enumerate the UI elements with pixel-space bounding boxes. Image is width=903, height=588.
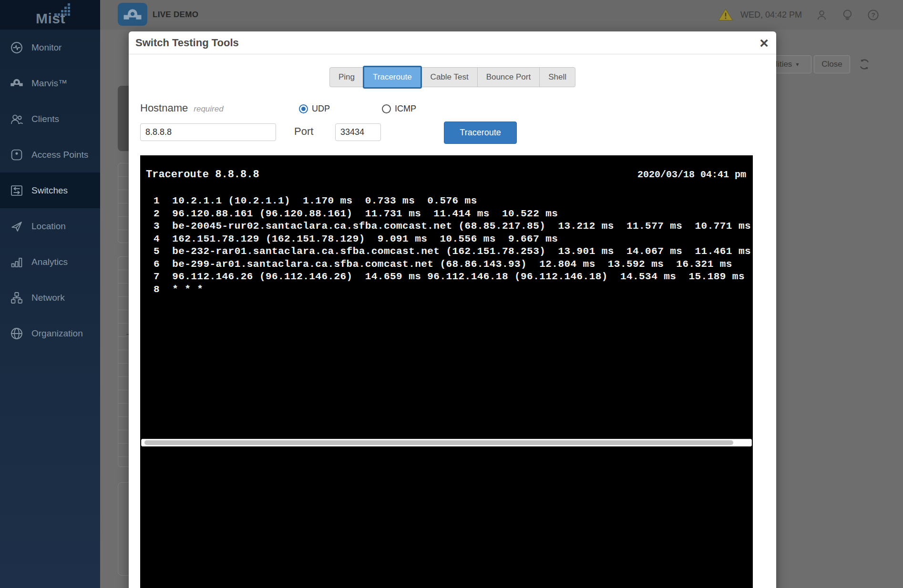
radio-selected-icon[interactable] bbox=[299, 104, 308, 113]
page-close-label: Close bbox=[821, 60, 842, 69]
switches-icon bbox=[10, 183, 24, 198]
traceroute-hops: 1 10.2.1.1 (10.2.1.1) 1.170 ms 0.733 ms … bbox=[140, 195, 753, 296]
lightbulb-icon[interactable] bbox=[841, 9, 854, 21]
hostname-input[interactable] bbox=[140, 123, 276, 141]
terminal-title: Traceroute 8.8.8.8 bbox=[146, 169, 259, 181]
sidebar-item-clients[interactable]: Clients bbox=[0, 101, 100, 137]
organization-icon bbox=[10, 326, 24, 341]
close-icon[interactable]: × bbox=[759, 33, 769, 52]
port-input[interactable] bbox=[335, 123, 381, 141]
tab-shell[interactable]: Shell bbox=[539, 68, 575, 87]
sidebar-item-network[interactable]: Network bbox=[0, 280, 100, 315]
hostname-label: Hostnamerequired bbox=[140, 102, 224, 114]
refresh-icon[interactable] bbox=[858, 58, 871, 71]
radio-unselected-icon[interactable] bbox=[382, 104, 391, 113]
location-icon bbox=[10, 219, 24, 233]
sidebar: Mist MonitorMarvis™ClientsAccess PointsS… bbox=[0, 0, 100, 588]
traceroute-hop-line: 3 be-20045-rur02.santaclara.ca.sfba.comc… bbox=[140, 220, 753, 233]
clock-text: WED, 04:42 PM bbox=[740, 0, 802, 30]
traceroute-output-terminal: Traceroute 8.8.8.8 2020/03/18 04:41 pm 1… bbox=[140, 155, 753, 588]
chevron-down-icon: ▾ bbox=[796, 61, 799, 68]
sidebar-item-label: Access Points bbox=[31, 150, 88, 160]
traceroute-hop-line: 6 be-299-ar01.santaclara.ca.sfba.comcast… bbox=[140, 258, 753, 271]
hostname-label-text: Hostname bbox=[140, 102, 188, 114]
modal-title: Switch Testing Tools bbox=[135, 31, 239, 54]
sidebar-item-label: Organization bbox=[31, 328, 83, 339]
sidebar-item-analytics[interactable]: Analytics bbox=[0, 244, 100, 280]
marvis-icon bbox=[10, 76, 24, 91]
scrollbar-thumb[interactable] bbox=[144, 440, 733, 445]
horizontal-scrollbar[interactable] bbox=[141, 439, 752, 446]
mist-logo-wordmark: Mist bbox=[36, 10, 65, 27]
sidebar-item-organization[interactable]: Organization bbox=[0, 315, 100, 351]
help-icon[interactable]: ? bbox=[867, 9, 880, 21]
sidebar-item-label: Network bbox=[31, 293, 65, 303]
traceroute-submit-button[interactable]: Traceroute bbox=[444, 122, 517, 144]
mist-logo: Mist bbox=[0, 0, 100, 30]
test-type-tabs: PingTracerouteCable TestBounce PortShell bbox=[329, 67, 575, 87]
tab-bounce-port[interactable]: Bounce Port bbox=[477, 68, 540, 87]
protocol-label: ICMP bbox=[395, 104, 416, 114]
analytics-icon bbox=[10, 255, 24, 269]
required-hint: required bbox=[194, 104, 223, 113]
monitor-icon bbox=[10, 41, 24, 55]
protocol-label: UDP bbox=[312, 104, 330, 114]
top-bar: LIVE DEMO WED, 04:42 PM ? bbox=[100, 0, 903, 30]
terminal-timestamp: 2020/03/18 04:41 pm bbox=[637, 169, 746, 180]
port-label: Port bbox=[294, 125, 313, 138]
app-canvas: Mist MonitorMarvis™ClientsAccess PointsS… bbox=[0, 0, 903, 588]
modal-header: Switch Testing Tools × bbox=[129, 31, 776, 54]
page-close-button[interactable]: Close bbox=[814, 55, 850, 73]
traceroute-hop-line: 7 96.112.146.26 (96.112.146.26) 14.659 m… bbox=[140, 271, 753, 284]
sidebar-item-label: Location bbox=[31, 221, 66, 232]
sidebar-item-access-points[interactable]: Access Points bbox=[0, 137, 100, 172]
access-points-icon bbox=[10, 148, 24, 162]
sidebar-item-label: Clients bbox=[31, 114, 59, 124]
clients-icon bbox=[10, 112, 24, 126]
tab-traceroute[interactable]: Traceroute bbox=[363, 66, 422, 89]
switch-testing-tools-modal: Switch Testing Tools × PingTracerouteCab… bbox=[129, 31, 776, 588]
protocol-radio-icmp[interactable]: ICMP bbox=[382, 104, 416, 114]
sidebar-nav: MonitorMarvis™ClientsAccess PointsSwitch… bbox=[0, 30, 100, 351]
sidebar-item-switches[interactable]: Switches bbox=[0, 172, 100, 208]
sidebar-item-label: Marvis™ bbox=[31, 78, 67, 89]
network-icon bbox=[10, 291, 24, 305]
sidebar-item-label: Monitor bbox=[31, 42, 62, 53]
traceroute-hop-line: 8 * * * bbox=[140, 284, 753, 296]
sidebar-item-marvis[interactable]: Marvis™ bbox=[0, 65, 100, 101]
user-icon[interactable] bbox=[815, 9, 828, 21]
sidebar-item-label: Switches bbox=[31, 185, 68, 196]
warning-icon[interactable] bbox=[718, 8, 733, 21]
protocol-radio-udp[interactable]: UDP bbox=[299, 104, 330, 114]
traceroute-hop-line: 2 96.120.88.161 (96.120.88.161) 11.731 m… bbox=[140, 208, 753, 221]
traceroute-hop-line: 4 162.151.78.129 (162.151.78.129) 9.091 … bbox=[140, 233, 753, 246]
terminal-header: Traceroute 8.8.8.8 2020/03/18 04:41 pm bbox=[140, 155, 753, 181]
svg-text:?: ? bbox=[871, 11, 875, 19]
tab-ping[interactable]: Ping bbox=[330, 68, 363, 87]
sidebar-item-monitor[interactable]: Monitor bbox=[0, 30, 100, 65]
org-badge[interactable] bbox=[118, 3, 147, 26]
org-label: LIVE DEMO bbox=[153, 0, 198, 30]
traceroute-hop-line: 5 be-232-rar01.santaclara.ca.sfba.comcas… bbox=[140, 245, 753, 258]
sidebar-item-location[interactable]: Location bbox=[0, 208, 100, 244]
traceroute-hop-line: 1 10.2.1.1 (10.2.1.1) 1.170 ms 0.733 ms … bbox=[140, 195, 753, 208]
sidebar-item-label: Analytics bbox=[31, 257, 68, 267]
tab-cable-test[interactable]: Cable Test bbox=[421, 68, 477, 87]
